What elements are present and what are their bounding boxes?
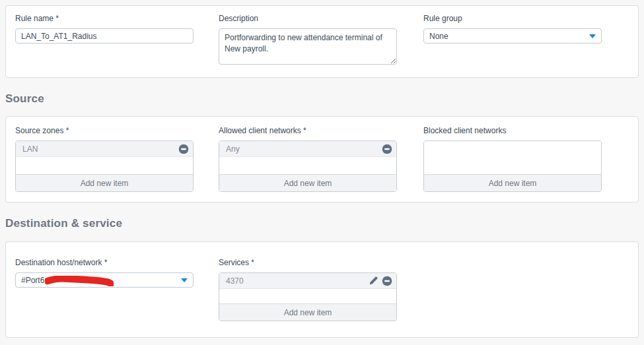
destination-host-value: #Port6 [21, 276, 44, 285]
destination-section-heading: Destination & service [5, 217, 122, 230]
list-item: 4370 [219, 273, 396, 289]
destination-host-field: Destination host/network * #Port6 [15, 258, 194, 288]
minus-circle-icon[interactable] [178, 144, 189, 154]
description-label: Description [219, 14, 397, 23]
destination-host-select[interactable]: #Port6 [15, 272, 194, 288]
add-new-item-button[interactable]: Add new item [219, 303, 396, 321]
general-panel: Rule name * Description Portforwarding t… [5, 5, 639, 78]
rule-group-value: None [429, 32, 585, 41]
destination-host-label: Destination host/network * [15, 258, 194, 267]
list-empty-area [219, 289, 396, 303]
item-label: 4370 [226, 276, 365, 286]
blocked-networks-label: Blocked client networks [423, 126, 602, 135]
item-label: Any [226, 144, 378, 154]
rule-name-label: Rule name * [15, 14, 194, 23]
allowed-networks-label: Allowed client networks * [219, 126, 397, 135]
blocked-networks-field: Blocked client networks Add new item [423, 126, 602, 192]
list-empty-area [424, 141, 601, 174]
source-zones-listbox: LAN Add new item [15, 141, 194, 192]
source-zones-label: Source zones * [15, 126, 194, 135]
allowed-networks-listbox: Any Add new item [219, 141, 397, 192]
add-new-item-button[interactable]: Add new item [16, 174, 193, 191]
services-listbox: 4370 Add new item [219, 272, 397, 321]
source-zones-field: Source zones * LAN Add new item [15, 126, 194, 192]
description-field: Description Portforwarding to new attend… [219, 14, 397, 67]
chevron-down-icon [181, 278, 188, 282]
rule-group-select[interactable]: None [423, 28, 602, 44]
minus-circle-icon[interactable] [382, 144, 392, 154]
list-item: LAN [16, 141, 193, 157]
rule-name-field: Rule name * [15, 14, 194, 44]
rule-group-field: Rule group None [423, 14, 602, 44]
services-field: Services * 4370 Add new item [219, 258, 397, 321]
redaction-scribble [45, 276, 114, 286]
source-section-heading: Source [5, 92, 44, 106]
list-empty-area [219, 157, 396, 174]
source-panel: Source zones * LAN Add new item Allowed … [5, 116, 639, 203]
description-textarea[interactable]: Portforwarding to new attendance termina… [219, 28, 397, 65]
blocked-networks-listbox: Add new item [423, 141, 602, 192]
item-label: LAN [22, 144, 175, 154]
add-new-item-button[interactable]: Add new item [219, 174, 396, 191]
pencil-icon[interactable] [369, 276, 378, 286]
add-new-item-button[interactable]: Add new item [424, 174, 601, 191]
services-label: Services * [219, 258, 397, 267]
rule-group-label: Rule group [423, 14, 602, 23]
chevron-down-icon [589, 34, 596, 38]
allowed-networks-field: Allowed client networks * Any Add new it… [219, 126, 397, 192]
list-empty-area [16, 157, 193, 174]
rule-name-input[interactable] [15, 28, 194, 44]
minus-circle-icon[interactable] [382, 276, 392, 286]
list-item: Any [219, 141, 396, 157]
destination-panel: Destination host/network * #Port6 Servic… [5, 241, 639, 338]
